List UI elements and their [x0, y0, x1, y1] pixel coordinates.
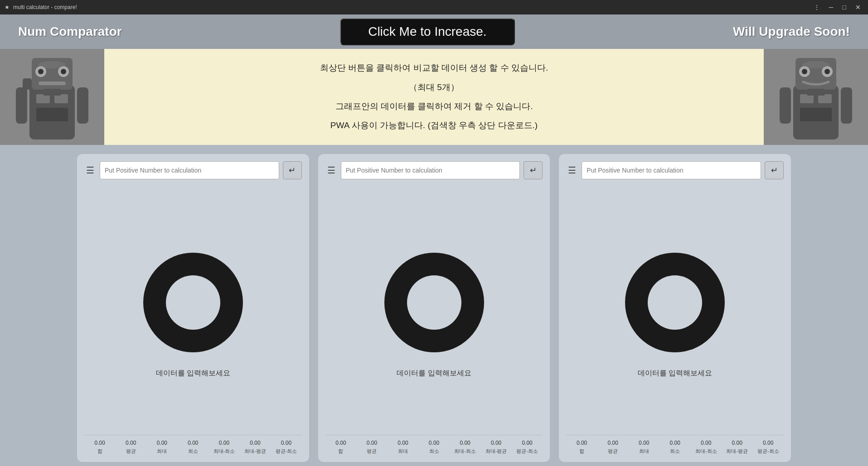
card-3-chart-label: 데이터를 입력해보세요 — [638, 369, 712, 378]
close-button[interactable]: ✕ — [853, 3, 863, 12]
hero-content: 최상단 버튼을 클릭하여 비교할 데이터 생성 할 수 있습니다. （최대 5개… — [104, 49, 764, 145]
card-2-stat-sum: 0.00 — [325, 440, 357, 446]
card-1-label-sum: 합 — [84, 448, 116, 455]
card-3-stat-avgmin: 0.00 — [753, 440, 784, 446]
card-1-stat-max: 0.00 — [146, 440, 178, 446]
card-2-donut-svg — [375, 244, 493, 361]
card-3-label-max: 최대 — [628, 448, 659, 455]
card-2-stats-row: 0.00 0.00 0.00 0.00 0.00 0.00 0. — [325, 435, 543, 455]
minimize-button[interactable]: ─ — [826, 3, 836, 12]
card-3-menu-icon[interactable]: ☰ — [566, 163, 578, 178]
svg-rect-23 — [800, 108, 832, 121]
card-3-chart-area: 데이터를 입력해보세요 — [566, 187, 784, 435]
card-1-stats-values: 0.00 0.00 0.00 0.00 0.00 0.00 0. — [84, 440, 302, 446]
svg-point-27 — [802, 61, 829, 68]
card-2-label-sum: 합 — [325, 448, 357, 455]
svg-rect-6 — [39, 82, 66, 85]
svg-point-20 — [824, 69, 830, 74]
card-1-stat-avg: 0.00 — [116, 440, 147, 446]
app-header: Num Comparator Click Me to Increase. Wil… — [0, 14, 868, 49]
card-3-stat-max: 0.00 — [628, 440, 659, 446]
increase-button[interactable]: Click Me to Increase. — [340, 18, 514, 45]
svg-rect-12 — [43, 89, 61, 96]
card-2-stat-max: 0.00 — [388, 440, 419, 446]
svg-rect-10 — [16, 87, 27, 124]
card-1-label-maxavg: 최대-평균 — [240, 448, 271, 455]
hero-line1: 최상단 버튼을 클릭하여 비교할 데이터 생성 할 수 있습니다. — [320, 61, 548, 75]
card-3-label-maxavg: 최대-평균 — [722, 448, 753, 455]
card-2-number-input[interactable] — [341, 161, 520, 179]
menu-button[interactable]: ⋮ — [811, 3, 823, 12]
card-2-label-maxavg: 최대-평균 — [480, 448, 512, 455]
svg-point-31 — [407, 275, 461, 330]
svg-point-4 — [38, 69, 44, 74]
card-1-label-avg: 평균 — [116, 448, 147, 455]
svg-rect-9 — [36, 108, 68, 121]
robot-right-svg — [771, 49, 861, 145]
card-3-label-sum: 합 — [566, 448, 597, 455]
card-2-chart-label: 데이터를 입력해보세요 — [397, 369, 471, 378]
restore-button[interactable]: □ — [840, 3, 849, 12]
card-3-label-avgmin: 평균-최소 — [753, 448, 784, 455]
card-2-label-maxmin: 최대-최소 — [450, 448, 481, 455]
svg-rect-13 — [23, 78, 32, 90]
card-1-label-maxmin: 최대-최소 — [209, 448, 240, 455]
robot-right — [764, 49, 868, 145]
app-title: multi calculator - compare! — [13, 4, 77, 10]
card-3-stat-avg: 0.00 — [597, 440, 629, 446]
hero-line4: PWA 사용이 가능합니다. (검색창 우측 상단 다운로드.) — [330, 119, 538, 132]
calc-card-1: ☰ ↵ 데이터를 입력해보세요 0.00 0.00 — [77, 154, 309, 462]
card-1-label-avgmin: 평균-최소 — [271, 448, 302, 455]
card-1-stat-maxmin: 0.00 — [209, 440, 240, 446]
card-2-menu-icon[interactable]: ☰ — [325, 163, 337, 178]
svg-rect-25 — [841, 87, 852, 124]
card-2-stat-avg: 0.00 — [356, 440, 388, 446]
card-3-enter-button[interactable]: ↵ — [765, 161, 784, 179]
card-2-label-avg: 평균 — [356, 448, 388, 455]
card-2-stats-labels: 합 평균 최대 최소 최대-최소 최대-평균 평균-최소 — [325, 448, 543, 455]
title-bar: ★ multi calculator - compare! ⋮ ─ □ ✕ — [0, 0, 868, 14]
svg-rect-26 — [807, 89, 825, 96]
calc-card-3: ☰ ↵ 데이터를 입력해보세요 0.00 0.00 — [559, 154, 791, 462]
main-content: ☰ ↵ 데이터를 입력해보세요 0.00 0.00 — [0, 145, 868, 466]
robot-left — [0, 49, 104, 145]
card-1-donut-chart[interactable] — [134, 244, 252, 361]
robot-left-svg — [7, 49, 97, 145]
card-3-stats-row: 0.00 0.00 0.00 0.00 0.00 0.00 0. — [566, 435, 784, 455]
card-1-chart-label: 데이터를 입력해보세요 — [156, 369, 230, 378]
card-3-input-row: ☰ ↵ — [566, 161, 784, 179]
card-1-stats-row: 0.00 0.00 0.00 0.00 0.00 0.00 0. — [84, 435, 302, 455]
card-1-label-max: 최대 — [146, 448, 178, 455]
svg-point-19 — [802, 69, 807, 74]
card-1-donut-svg — [134, 244, 252, 361]
card-2-stats-values: 0.00 0.00 0.00 0.00 0.00 0.00 0. — [325, 440, 543, 446]
card-2-stat-maxmin: 0.00 — [450, 440, 481, 446]
card-3-stat-sum: 0.00 — [566, 440, 597, 446]
card-3-stat-min: 0.00 — [659, 440, 691, 446]
card-3-label-min: 최소 — [659, 448, 691, 455]
svg-rect-24 — [780, 87, 791, 124]
hero-section: 최상단 버튼을 클릭하여 비교할 데이터 생성 할 수 있습니다. （최대 5개… — [0, 49, 868, 145]
card-3-donut-chart[interactable] — [616, 244, 734, 361]
card-1-menu-icon[interactable]: ☰ — [84, 163, 96, 178]
card-3-stat-maxmin: 0.00 — [690, 440, 722, 446]
card-3-number-input[interactable] — [582, 161, 761, 179]
svg-rect-11 — [77, 87, 88, 124]
card-2-donut-chart[interactable] — [375, 244, 493, 361]
svg-point-14 — [39, 61, 66, 68]
svg-point-29 — [166, 275, 220, 330]
card-2-stat-min: 0.00 — [418, 440, 450, 446]
card-1-number-input[interactable] — [100, 161, 279, 179]
card-1-chart-area: 데이터를 입력해보세요 — [84, 187, 302, 435]
svg-point-5 — [61, 69, 66, 74]
card-3-stats-labels: 합 평균 최대 최소 최대-최소 최대-평균 평균-최소 — [566, 448, 784, 455]
card-2-input-row: ☰ ↵ — [325, 161, 543, 179]
hero-line2: （최대 5개） — [409, 81, 459, 94]
card-1-stats-labels: 합 평균 최대 최소 최대-최소 최대-평균 평균-최소 — [84, 448, 302, 455]
card-2-chart-area: 데이터를 입력해보세요 — [325, 187, 543, 435]
card-2-label-max: 최대 — [388, 448, 419, 455]
hero-line3: 그래프안의 데이터를 클릭하여 제거 할 수 있습니다. — [335, 100, 533, 113]
card-1-enter-button[interactable]: ↵ — [283, 161, 302, 179]
card-3-donut-svg — [616, 244, 734, 361]
card-2-enter-button[interactable]: ↵ — [524, 161, 543, 179]
